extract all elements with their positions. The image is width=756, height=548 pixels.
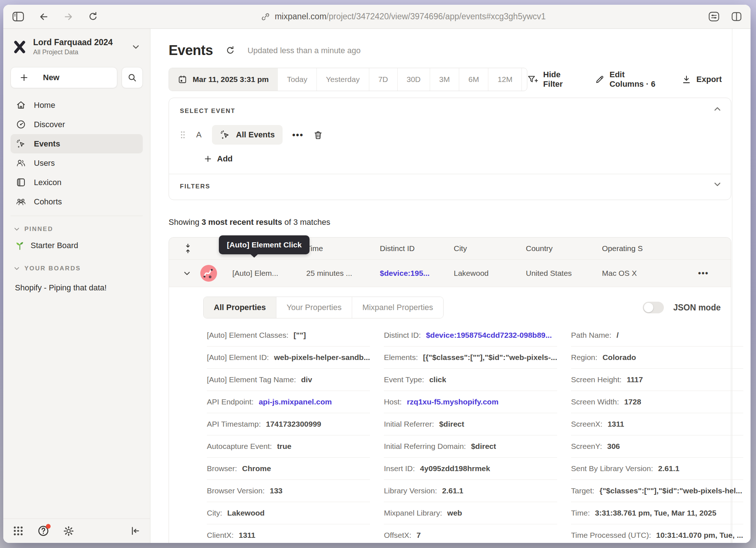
reader-settings-icon[interactable] <box>708 11 720 22</box>
trash-icon[interactable] <box>313 130 323 140</box>
sidebar-item-label: Home <box>34 101 55 110</box>
gear-icon[interactable] <box>63 525 74 537</box>
range-30d[interactable]: 30D <box>397 68 430 91</box>
column-header-city[interactable]: City <box>454 244 526 253</box>
sidebar-item-lexicon[interactable]: Lexicon <box>11 173 143 192</box>
property-label: Path Name: <box>571 331 611 340</box>
column-header-time[interactable]: Time <box>306 244 380 253</box>
property-value[interactable]: rzq1xu-f5.myshopify.com <box>407 398 499 406</box>
range-3m[interactable]: 3M <box>430 68 459 91</box>
browser-window: mixpanel.com/project/3472420/view/397469… <box>3 5 751 543</box>
property-row: ScreenX:1311 <box>571 413 743 435</box>
cell-distinct-id[interactable]: $device:195... <box>380 269 454 278</box>
property-row: Sent By Library Version:2.61.1 <box>571 458 743 480</box>
board-item-shopify-piping-that-data[interactable]: Shopify - Piping that data! <box>11 278 143 298</box>
hide-filter-button[interactable]: Hide Filter <box>527 70 574 89</box>
range-today[interactable]: Today <box>278 68 316 91</box>
tab-all-properties[interactable]: All Properties <box>204 297 276 318</box>
pinned-item-starter-board[interactable]: Starter Board <box>11 236 143 255</box>
cell-time[interactable]: 25 minutes ... <box>306 269 380 278</box>
browser-sidebar-toggle-icon[interactable] <box>12 11 24 22</box>
sidebar-item-label: Lexicon <box>34 178 62 187</box>
range-12m[interactable]: 12M <box>488 68 521 91</box>
split-view-icon[interactable] <box>731 12 742 21</box>
help-button[interactable] <box>38 525 49 537</box>
column-header-distinct-id[interactable]: Distinct ID <box>380 244 454 253</box>
property-label: Elements: <box>384 353 418 362</box>
row-menu-icon[interactable]: ••• <box>698 269 731 278</box>
column-header-country[interactable]: Country <box>526 244 602 253</box>
properties-grid: [Auto] Element Classes:[""][Auto] Elemen… <box>207 324 721 543</box>
tab-mixpanel-properties[interactable]: Mixpanel Properties <box>352 297 443 318</box>
property-value: 2.61.1 <box>442 486 463 495</box>
property-value: 10:31:41.070 pm, Tue, ... <box>656 531 743 540</box>
page-title: Events <box>169 43 213 58</box>
filters-section: FILTERS <box>169 174 731 200</box>
property-label: API Endpoint: <box>207 398 253 406</box>
property-row: OffsetX:7 <box>384 524 557 543</box>
add-event-button[interactable]: Add <box>204 154 720 164</box>
properties-column: Distinct ID:$device:1958754cdd7232-098b8… <box>384 324 557 543</box>
drag-handle-icon[interactable] <box>180 130 186 139</box>
property-row: Elements:[{"$classes":[""],"$id":"web-pi… <box>384 347 557 369</box>
apps-grid-icon[interactable] <box>13 525 24 536</box>
property-value[interactable]: $device:1958754cdd7232-098b89... <box>426 331 552 340</box>
back-button[interactable] <box>38 12 49 22</box>
property-label: Time Processed (UTC): <box>571 531 651 540</box>
pinned-section-header[interactable]: PINNED <box>11 223 143 236</box>
tab-your-properties[interactable]: Your Properties <box>276 297 352 318</box>
chevron-down-icon <box>14 267 19 270</box>
sidebar-item-users[interactable]: Users <box>11 153 143 173</box>
collapse-section-icon[interactable] <box>714 107 721 111</box>
cell-city[interactable]: Lakewood <box>454 269 526 278</box>
property-row: Insert ID:4y095zdd198hrmek <box>384 458 557 480</box>
row-expand-chevron-icon[interactable] <box>184 271 190 275</box>
property-value: $direct <box>471 442 496 451</box>
project-switcher[interactable]: Lord Farquaad 2024 All Project Data <box>11 35 143 58</box>
event-row[interactable]: [Auto] Elem... 25 minutes ... $device:19… <box>169 260 731 287</box>
property-row: Time:3:31:38.761 pm, Tue, Mar 11, 2025 <box>571 502 743 524</box>
new-button[interactable]: New <box>11 67 117 88</box>
sidebar-item-cohorts[interactable]: Cohorts <box>11 192 143 211</box>
property-value: 1741732300999 <box>266 420 321 428</box>
cell-country[interactable]: United States <box>526 269 602 278</box>
reload-button[interactable] <box>88 11 98 22</box>
property-row: Screen Width:1728 <box>571 391 743 413</box>
json-mode-toggle[interactable] <box>643 302 664 313</box>
cell-os[interactable]: Mac OS X <box>602 269 698 278</box>
export-button[interactable]: Export <box>682 75 722 84</box>
property-value: click <box>429 375 446 384</box>
pinned-list: Starter Board <box>11 236 143 255</box>
edit-columns-button[interactable]: Edit Columns · 6 <box>595 70 661 89</box>
refresh-icon[interactable] <box>225 46 235 55</box>
range-7d[interactable]: 7D <box>369 68 397 91</box>
sidebar-item-discover[interactable]: Discover <box>11 115 143 134</box>
date-range-selected[interactable]: Mar 11, 2025 3:31 pm <box>169 68 278 91</box>
address-bar[interactable]: mixpanel.com/project/3472420/view/397469… <box>98 12 708 21</box>
property-value[interactable]: api-js.mixpanel.com <box>259 398 332 406</box>
forward-button[interactable] <box>63 12 74 22</box>
column-header-operating-s[interactable]: Operating S <box>602 244 698 253</box>
property-label: OffsetX: <box>384 531 411 540</box>
your-boards-section-header[interactable]: YOUR BOARDS <box>11 262 143 275</box>
search-button[interactable] <box>122 67 143 88</box>
cell-event-name[interactable]: [Auto] Elem... <box>232 269 306 278</box>
sidebar-footer <box>3 518 150 543</box>
expand-section-icon[interactable] <box>714 182 721 187</box>
range-yesterday[interactable]: Yesterday <box>316 68 369 91</box>
property-label: Library Version: <box>384 486 437 495</box>
range-xtd-dropdown[interactable]: XTD <box>521 68 527 91</box>
json-mode-label: JSON mode <box>673 303 721 313</box>
sidebar-item-events[interactable]: Events <box>11 134 143 153</box>
property-row: API Timestamp:1741732300999 <box>207 413 370 435</box>
property-row: Event Type:click <box>384 369 557 391</box>
range-6m[interactable]: 6M <box>459 68 488 91</box>
event-selector[interactable]: All Events <box>212 125 283 145</box>
collapse-sidebar-icon[interactable] <box>130 525 141 536</box>
properties-tabs: All PropertiesYour PropertiesMixpanel Pr… <box>203 297 444 318</box>
sidebar-item-home[interactable]: Home <box>11 95 143 115</box>
project-subtitle: All Project Data <box>33 48 127 56</box>
board-item-label: Shopify - Piping that data! <box>15 283 107 293</box>
property-label: Browser Version: <box>207 486 265 495</box>
property-value: 7 <box>417 531 421 540</box>
